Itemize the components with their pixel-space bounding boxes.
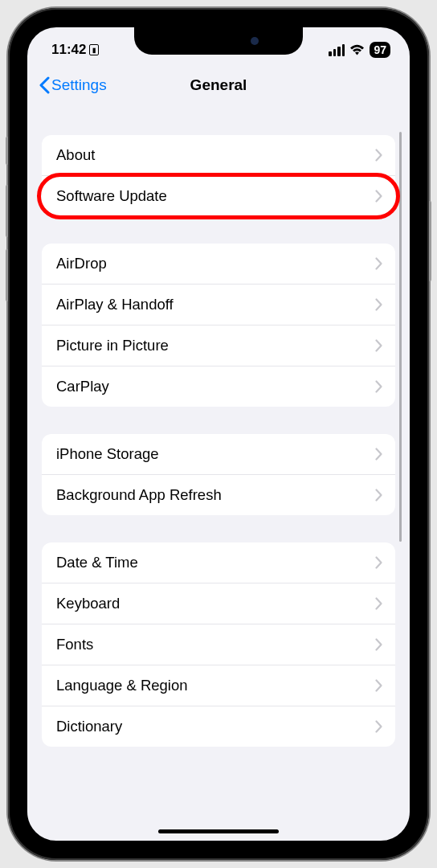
chevron-left-icon <box>39 76 50 94</box>
phone-frame: 11:42 ▮ 97 Settings <box>8 8 429 860</box>
row-date-time[interactable]: Date & Time <box>42 542 395 583</box>
row-keyboard[interactable]: Keyboard <box>42 583 395 624</box>
row-software-update[interactable]: Software Update <box>42 175 395 216</box>
row-label: Background App Refresh <box>56 486 222 504</box>
row-dictionary[interactable]: Dictionary <box>42 706 395 747</box>
content-area[interactable]: About Software Update AirDrop <box>27 108 410 747</box>
chevron-right-icon <box>375 339 382 352</box>
row-label: Dictionary <box>56 718 122 735</box>
row-language-region[interactable]: Language & Region <box>42 665 395 706</box>
chevron-right-icon <box>375 597 382 610</box>
row-airdrop[interactable]: AirDrop <box>42 244 395 284</box>
row-label: AirDrop <box>56 255 107 272</box>
row-label: iPhone Storage <box>56 445 159 463</box>
row-label: Language & Region <box>56 677 188 694</box>
volume-up-button <box>6 185 8 237</box>
row-label: Date & Time <box>56 554 138 571</box>
chevron-right-icon <box>375 149 382 162</box>
status-left: 11:42 ▮ <box>51 42 99 58</box>
row-iphone-storage[interactable]: iPhone Storage <box>42 434 395 474</box>
status-right: 97 <box>329 42 390 58</box>
row-airplay-handoff[interactable]: AirPlay & Handoff <box>42 284 395 325</box>
row-about[interactable]: About <box>42 135 395 175</box>
row-carplay[interactable]: CarPlay <box>42 366 395 407</box>
row-label: About <box>56 146 95 164</box>
wifi-icon <box>349 44 365 55</box>
sim-icon: ▮ <box>89 44 99 55</box>
row-background-app-refresh[interactable]: Background App Refresh <box>42 474 395 515</box>
section-storage: iPhone Storage Background App Refresh <box>42 434 395 515</box>
row-label: Picture in Picture <box>56 337 169 354</box>
chevron-right-icon <box>375 638 382 651</box>
chevron-right-icon <box>375 190 382 203</box>
notch <box>134 27 303 55</box>
phone-screen: 11:42 ▮ 97 Settings <box>19 19 418 849</box>
row-fonts[interactable]: Fonts <box>42 624 395 665</box>
back-label: Settings <box>51 76 107 94</box>
chevron-right-icon <box>375 489 382 502</box>
row-label: Keyboard <box>56 595 120 612</box>
mute-switch <box>6 137 8 165</box>
row-picture-in-picture[interactable]: Picture in Picture <box>42 325 395 366</box>
nav-bar: Settings General <box>27 68 410 108</box>
battery-indicator: 97 <box>370 42 390 58</box>
chevron-right-icon <box>375 679 382 692</box>
chevron-right-icon <box>375 556 382 569</box>
row-label: Software Update <box>56 187 167 205</box>
row-label: Fonts <box>56 636 93 653</box>
chevron-right-icon <box>375 720 382 733</box>
cellular-signal-icon <box>329 44 345 56</box>
row-label: CarPlay <box>56 378 109 395</box>
chevron-right-icon <box>375 448 382 461</box>
chevron-right-icon <box>375 257 382 270</box>
section-localization: Date & Time Keyboard Fonts Language & Re… <box>42 542 395 747</box>
row-label: AirPlay & Handoff <box>56 296 174 313</box>
back-button[interactable]: Settings <box>39 76 107 94</box>
volume-down-button <box>6 249 8 301</box>
status-time: 11:42 <box>51 42 86 58</box>
power-button <box>429 201 431 281</box>
section-connectivity: AirDrop AirPlay & Handoff Picture in Pic… <box>42 244 395 407</box>
scroll-indicator[interactable] <box>399 132 402 542</box>
home-indicator[interactable] <box>158 829 279 833</box>
chevron-right-icon <box>375 380 382 393</box>
chevron-right-icon <box>375 298 382 311</box>
section-about: About Software Update <box>42 135 395 216</box>
